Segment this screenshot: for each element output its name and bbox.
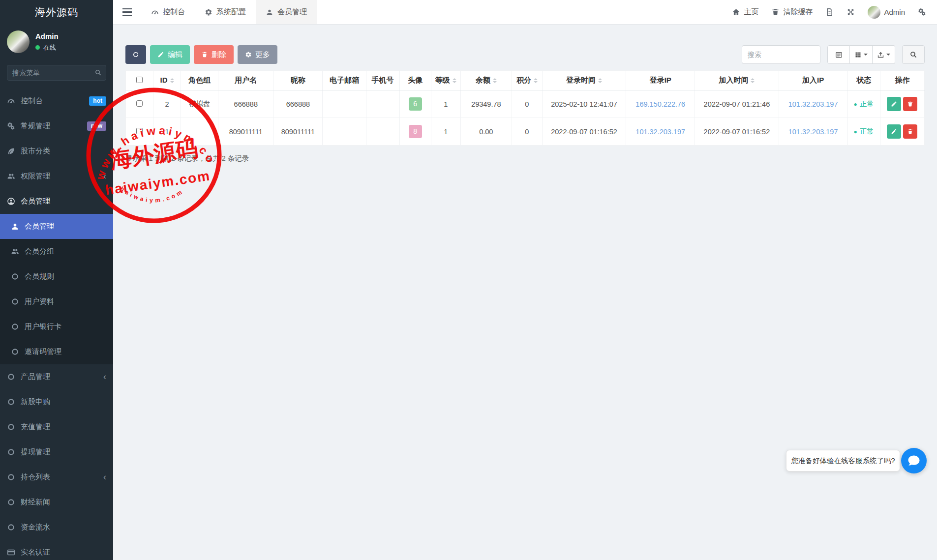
chat-launcher-button[interactable]	[901, 448, 927, 473]
cell-text: 2022-09-07 01:16:52	[704, 128, 770, 136]
sidebar-item-finance-news[interactable]: 财经新闻	[0, 490, 113, 515]
table-row: 2模拟盘6668886668886129349.7802025-02-10 12…	[126, 90, 925, 118]
sidebar-section: 控制台hot常规管理new股市分类权限管理‹会员管理	[0, 88, 113, 214]
sidebar-item-user-bankcard[interactable]: 用户银行卡	[0, 314, 113, 339]
export-button[interactable]	[873, 45, 895, 64]
column-label: 登录IP	[650, 76, 671, 84]
cell-username: 666888	[218, 90, 273, 118]
sidebar-item-member-manage[interactable]: 会员管理	[0, 189, 113, 214]
circle-icon	[11, 297, 19, 306]
edit-button-label: 编辑	[168, 50, 182, 59]
sidebar-item-label: 持仓列表	[21, 472, 99, 482]
circle-icon	[11, 348, 19, 356]
sort-arrows-icon	[493, 76, 497, 85]
user-menu[interactable]: Admin	[868, 6, 905, 19]
sidebar-item-label: 会员管理	[21, 197, 106, 206]
cell-text: 0.00	[479, 128, 493, 136]
user-name: Admin	[35, 32, 59, 40]
circle-icon	[7, 473, 15, 481]
sidebar-item-position-list[interactable]: 持仓列表‹	[0, 465, 113, 490]
sidebar-item-label: 产品管理	[21, 372, 99, 382]
home-link[interactable]: 主页	[732, 7, 758, 17]
sidebar-item-new-stock[interactable]: 新股申购	[0, 389, 113, 414]
fullscreen-button[interactable]	[846, 8, 855, 16]
column-header-balance[interactable]: 余额	[460, 71, 512, 90]
cell-role	[181, 118, 218, 146]
tab-console[interactable]: 控制台	[141, 0, 195, 24]
chat-prompt-bubble[interactable]: 您准备好体验在线客服系统了吗?	[786, 450, 900, 472]
clear-cache-label: 清除缓存	[783, 7, 813, 17]
more-button[interactable]: 更多	[238, 45, 277, 64]
circle-icon	[7, 448, 15, 456]
column-header-level[interactable]: 等级	[431, 71, 460, 90]
language-switch-button[interactable]	[825, 8, 834, 16]
expand-icon	[846, 8, 855, 16]
search-button[interactable]	[902, 45, 925, 64]
sidebar-item-market-category[interactable]: 股市分类	[0, 139, 113, 164]
cell-join_time: 2022-09-07 01:16:52	[695, 118, 779, 146]
sidebar: 海外源码 Admin 在线 控制台hot常规管理new股市分类权限管理‹会员管理…	[0, 0, 113, 560]
pencil-icon	[891, 128, 897, 135]
clear-cache-link[interactable]: 清除缓存	[771, 7, 813, 17]
sidebar-item-realname-auth[interactable]: 实名认证	[0, 540, 113, 560]
sidebar-item-console[interactable]: 控制台hot	[0, 88, 113, 114]
edit-button[interactable]: 编辑	[150, 45, 190, 64]
circle-icon	[7, 398, 15, 406]
row-checkbox[interactable]	[136, 128, 143, 134]
sidebar-item-member-list[interactable]: 会员管理	[0, 214, 113, 239]
column-header-check[interactable]	[126, 71, 153, 90]
caret-down-icon	[886, 54, 890, 58]
sidebar-submenu: 会员管理会员分组会员规则用户资料用户银行卡邀请码管理	[0, 214, 113, 364]
sidebar-item-permission-manage[interactable]: 权限管理‹	[0, 164, 113, 189]
sidebar-menu: 控制台hot常规管理new股市分类权限管理‹会员管理会员管理会员分组会员规则用户…	[0, 88, 113, 560]
cell-text: 809011111	[229, 128, 263, 136]
row-delete-button[interactable]	[903, 97, 917, 111]
ip-link[interactable]: 101.32.203.197	[788, 128, 838, 136]
row-checkbox[interactable]	[136, 100, 143, 107]
sidebar-item-recharge-manage[interactable]: 充值管理	[0, 414, 113, 440]
column-header-points[interactable]: 积分	[512, 71, 542, 90]
ip-link[interactable]: 101.32.203.197	[635, 128, 685, 136]
sidebar-item-label: 控制台	[21, 96, 89, 106]
tab-system-config[interactable]: 系统配置	[195, 0, 256, 24]
table-search-input[interactable]	[742, 45, 820, 64]
hamburger-menu-icon[interactable]	[113, 0, 141, 24]
trash-icon	[771, 8, 780, 16]
ip-link[interactable]: 169.150.222.76	[635, 100, 685, 108]
detail-view-button[interactable]	[827, 45, 850, 64]
column-header-login_time[interactable]: 登录时间	[542, 71, 626, 90]
settings-button[interactable]	[918, 8, 926, 16]
chevron-left-icon: ‹	[103, 171, 106, 181]
column-header-actions: 操作	[880, 71, 924, 90]
ip-link[interactable]: 101.32.203.197	[788, 100, 838, 108]
home-icon	[732, 8, 740, 16]
row-edit-button[interactable]	[887, 124, 901, 139]
brand-logo[interactable]: 海外源码	[0, 0, 113, 25]
sidebar-item-withdraw-manage[interactable]: 提现管理	[0, 440, 113, 465]
row-delete-button[interactable]	[903, 124, 917, 139]
sidebar-item-fund-flow[interactable]: 资金流水	[0, 515, 113, 540]
sidebar-item-product-manage[interactable]: 产品管理‹	[0, 364, 113, 389]
column-label: 手机号	[372, 76, 394, 84]
row-edit-button[interactable]	[887, 97, 901, 111]
column-header-role: 角色组	[181, 71, 218, 90]
sidebar-item-member-group[interactable]: 会员分组	[0, 239, 113, 264]
pagination-summary: 显示第 1 到第 2 条记录，总共 2 条记录	[125, 154, 925, 163]
sidebar-item-label: 充值管理	[21, 422, 106, 432]
sidebar-item-member-rule[interactable]: 会员规则	[0, 264, 113, 289]
sidebar-item-user-profile[interactable]: 用户资料	[0, 289, 113, 314]
sidebar-search-input[interactable]	[7, 65, 106, 81]
cell-text: 2025-02-10 12:41:07	[551, 100, 617, 108]
column-header-id[interactable]: ID	[153, 71, 181, 90]
trash-icon	[201, 51, 208, 58]
refresh-button[interactable]	[125, 45, 146, 64]
delete-button[interactable]: 删除	[194, 45, 234, 64]
select-all-checkbox[interactable]	[136, 77, 143, 83]
sidebar-item-general-manage[interactable]: 常规管理new	[0, 114, 113, 139]
column-header-join_time[interactable]: 加入时间	[695, 71, 779, 90]
columns-button[interactable]	[850, 45, 873, 64]
cell-level: 1	[431, 90, 460, 118]
sidebar-item-invite-code[interactable]: 邀请码管理	[0, 339, 113, 364]
home-label: 主页	[744, 7, 758, 17]
tab-member-manage[interactable]: 会员管理	[256, 0, 317, 24]
